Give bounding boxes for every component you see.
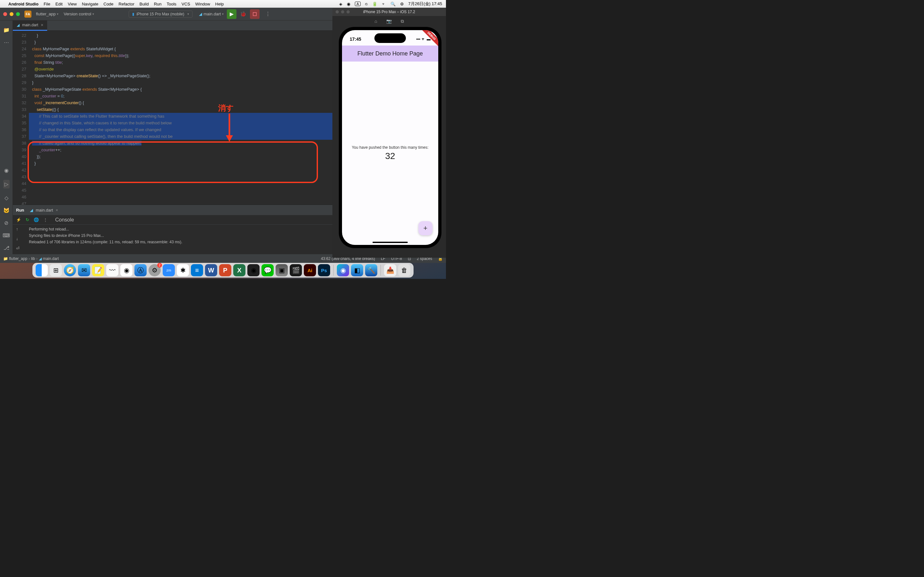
flutter-icon: ◢ xyxy=(30,208,33,213)
menu-code[interactable]: Code xyxy=(103,2,113,6)
project-tool-icon[interactable]: 📁 xyxy=(3,27,10,33)
more-tool-icon[interactable]: ⋯ xyxy=(4,39,9,45)
close-run-tab-icon[interactable]: × xyxy=(55,208,58,213)
breadcrumb-file[interactable]: ◢ main.dart xyxy=(39,256,59,261)
run-config-dropdown[interactable]: ◢ main.dart▾ xyxy=(199,11,224,16)
menu-build[interactable]: Build xyxy=(140,2,149,6)
minimize-window-button[interactable] xyxy=(10,12,13,16)
run-tool-icon[interactable]: ▷ xyxy=(3,180,10,189)
flutter-icon: ◢ xyxy=(199,11,202,16)
vcs-tool-icon[interactable]: ⎇ xyxy=(3,245,9,251)
build-tool-icon[interactable]: ◇ xyxy=(5,195,8,201)
fullscreen-window-button[interactable] xyxy=(16,12,20,16)
problems-tool-icon[interactable]: ⊘ xyxy=(4,220,8,226)
status-box-icon[interactable]: ◈ xyxy=(339,2,342,6)
menu-window[interactable]: Window xyxy=(195,2,210,6)
dock-line[interactable]: 💬 xyxy=(262,264,274,276)
battery-icon[interactable]: 🔋 xyxy=(372,2,377,6)
simulator-toolbar: ⌂ 📷 ⧉ xyxy=(333,16,446,26)
dock-canva[interactable]: ◉ xyxy=(337,264,349,276)
dock-mail[interactable]: ✉ xyxy=(78,264,90,276)
home-indicator[interactable] xyxy=(373,242,408,243)
terminal-tool-icon[interactable]: ⌨ xyxy=(3,232,10,239)
tab-main-dart[interactable]: ◢ main.dart × xyxy=(13,21,47,31)
dock-illustrator[interactable]: Ai xyxy=(304,264,316,276)
macos-menubar: Android Studio File Edit View Navigate C… xyxy=(0,0,446,8)
run-more-icon[interactable]: ⋮ xyxy=(43,218,47,222)
dock-chrome[interactable]: ◉ xyxy=(120,264,132,276)
scroll-down-icon[interactable]: ↓ xyxy=(16,235,19,242)
vcs-dropdown[interactable]: Version control▾ xyxy=(61,10,97,18)
logcat-tool-icon[interactable]: 🐱 xyxy=(3,207,10,213)
control-center-icon[interactable]: ⚙ xyxy=(400,2,404,6)
soft-wrap-icon[interactable]: ⏎ xyxy=(16,245,19,251)
breadcrumb-lib[interactable]: lib xyxy=(31,256,35,261)
close-window-button[interactable] xyxy=(3,12,7,16)
dynamic-island xyxy=(375,33,406,43)
stop-button[interactable] xyxy=(250,9,260,19)
dock-figma[interactable]: ◉ xyxy=(247,264,260,276)
ios-simulator-window: iPhone 15 Pro Max – iOS 17.2 ⌂ 📷 ⧉ DEBUG… xyxy=(333,8,446,258)
dock-excel[interactable]: X xyxy=(233,264,246,276)
flutter-body: You have pushed the button this many tim… xyxy=(342,61,438,245)
dock-notes[interactable]: 📝 xyxy=(92,264,104,276)
project-dropdown[interactable]: flutter_app▾ xyxy=(33,10,61,18)
dock-powerpoint[interactable]: P xyxy=(219,264,231,276)
sim-home-icon[interactable]: ⌂ xyxy=(375,19,377,24)
app-menu[interactable]: Android Studio xyxy=(8,2,39,6)
run-button[interactable]: ▶ xyxy=(227,9,236,19)
wifi-icon[interactable]: ᯤ xyxy=(382,2,386,6)
dock-launchpad[interactable]: ⊞ xyxy=(50,264,62,276)
more-actions-icon[interactable]: ⋮ xyxy=(265,11,270,17)
run-panel-file-tab[interactable]: ◢ main.dart × xyxy=(30,208,58,213)
menu-view[interactable]: View xyxy=(68,2,77,6)
bluetooth-icon[interactable]: ⎋ xyxy=(365,2,368,6)
hot-restart-icon[interactable]: ↻ xyxy=(26,218,29,222)
devtools-icon[interactable]: 🌐 xyxy=(34,218,39,222)
menu-file[interactable]: File xyxy=(44,2,50,6)
sim-copy-icon[interactable]: ⧉ xyxy=(401,19,404,24)
dock-safari[interactable]: 🧭 xyxy=(64,264,76,276)
breadcrumb-project[interactable]: 📁 flutter_app xyxy=(3,256,27,261)
menu-vcs[interactable]: VCS xyxy=(182,2,190,6)
iphone-screen[interactable]: DEBUG 17:45 •••ᯤ▬ Flutter Demo Home Page… xyxy=(342,30,438,245)
sim-screenshot-icon[interactable]: 📷 xyxy=(386,19,392,24)
menu-help[interactable]: Help xyxy=(215,2,224,6)
input-source-icon[interactable]: A xyxy=(355,2,360,6)
scroll-up-icon[interactable]: ↑ xyxy=(16,226,19,232)
menu-navigate[interactable]: Navigate xyxy=(82,2,98,6)
line-gutter[interactable]: 222324252627282930⊕313233343536373839404… xyxy=(13,31,29,205)
dock-settings[interactable]: ⚙2 xyxy=(149,264,161,276)
dock-word[interactable]: W xyxy=(205,264,217,276)
debug-button[interactable]: 🐞 xyxy=(238,9,248,19)
menu-run[interactable]: Run xyxy=(154,2,162,6)
structure-tool-icon[interactable]: ◉ xyxy=(4,167,9,173)
menu-tools[interactable]: Tools xyxy=(167,2,176,6)
dock-xcode[interactable]: 🔨 xyxy=(365,264,377,276)
dock-trash[interactable]: 🗑 xyxy=(398,264,410,276)
menu-refactor[interactable]: Refactor xyxy=(119,2,134,6)
menu-edit[interactable]: Edit xyxy=(55,2,63,6)
dock-photoshop[interactable]: Ps xyxy=(318,264,330,276)
close-tab-icon[interactable]: × xyxy=(41,23,43,27)
dock-zoom[interactable]: zm xyxy=(163,264,175,276)
dock-appstore[interactable]: Ⓐ xyxy=(134,264,147,276)
status-circle-icon[interactable]: ◉ xyxy=(347,2,351,6)
dock-freeform[interactable]: 〰 xyxy=(106,264,118,276)
counter-message: You have pushed the button this many tim… xyxy=(352,145,428,150)
dock-finder[interactable] xyxy=(36,264,48,276)
clock[interactable]: 7月26日(金) 17:45 xyxy=(409,1,443,7)
spotlight-icon[interactable]: 🔍 xyxy=(391,2,396,6)
dock-screenshot[interactable]: ▣ xyxy=(276,264,288,276)
hot-reload-icon[interactable]: ⚡ xyxy=(16,218,21,222)
device-selector[interactable]: ▮ iPhone 15 Pro Max (mobile)▾ xyxy=(129,11,192,18)
annotation-label: 消す xyxy=(218,103,234,113)
dock-downloads[interactable]: 📥 xyxy=(384,264,396,276)
dock-vscode[interactable]: ≡ xyxy=(191,264,203,276)
dock-slack[interactable]: ✱ xyxy=(177,264,189,276)
increment-fab[interactable]: + xyxy=(418,221,433,235)
dock-app1[interactable]: ◧ xyxy=(351,264,363,276)
dock-finalcut[interactable]: 🎬 xyxy=(290,264,302,276)
simulator-titlebar: iPhone 15 Pro Max – iOS 17.2 xyxy=(333,8,446,16)
svg-marker-1 xyxy=(226,135,233,142)
